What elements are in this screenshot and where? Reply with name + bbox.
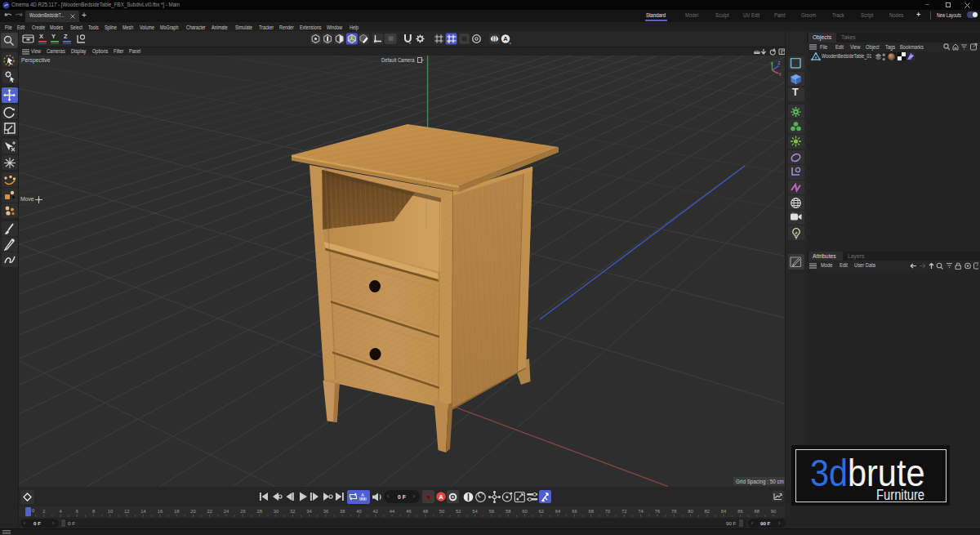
svg-text:A: A — [361, 493, 364, 497]
svg-text:70: 70 — [605, 509, 610, 514]
svg-text:12: 12 — [124, 509, 129, 514]
svg-text:88: 88 — [754, 509, 759, 514]
svg-text:60: 60 — [522, 509, 527, 514]
svg-text:80: 80 — [688, 509, 693, 514]
svg-text:62: 62 — [539, 509, 544, 514]
svg-text:A: A — [439, 493, 443, 501]
svg-text:64: 64 — [555, 509, 561, 514]
svg-text:28: 28 — [256, 509, 261, 514]
svg-text:44: 44 — [390, 509, 395, 514]
svg-text:42: 42 — [373, 509, 378, 514]
svg-text:52: 52 — [456, 509, 461, 514]
svg-text:14: 14 — [140, 509, 146, 514]
svg-text:68: 68 — [588, 509, 593, 514]
svg-text:50: 50 — [439, 509, 444, 514]
svg-text:84: 84 — [721, 509, 727, 514]
svg-text:48: 48 — [422, 509, 427, 514]
svg-text:26: 26 — [240, 509, 245, 514]
svg-text:82: 82 — [705, 509, 710, 514]
svg-text:22: 22 — [207, 509, 212, 514]
svg-text:74: 74 — [638, 509, 644, 514]
svg-text:16: 16 — [158, 509, 163, 514]
svg-text:Y: Y — [770, 61, 773, 66]
svg-text:58: 58 — [506, 509, 510, 514]
svg-text:32: 32 — [290, 509, 295, 514]
svg-text:76: 76 — [655, 509, 660, 514]
svg-text:X: X — [779, 72, 782, 77]
svg-text:86: 86 — [737, 509, 742, 514]
svg-text:34: 34 — [306, 509, 312, 514]
svg-text:10: 10 — [108, 509, 113, 514]
svg-text:38: 38 — [340, 509, 345, 514]
svg-text:72: 72 — [621, 509, 626, 514]
svg-text:56: 56 — [489, 509, 494, 514]
svg-text:90: 90 — [771, 509, 776, 514]
svg-text:66: 66 — [572, 509, 577, 514]
svg-text:20: 20 — [190, 509, 195, 514]
svg-text:40: 40 — [356, 509, 361, 514]
svg-text:2: 2 — [42, 509, 45, 514]
svg-text:8: 8 — [92, 509, 95, 514]
svg-text:4: 4 — [59, 509, 62, 514]
svg-text:18: 18 — [174, 509, 179, 514]
svg-text:Z: Z — [778, 60, 781, 65]
svg-text:6: 6 — [76, 509, 78, 514]
svg-text:54: 54 — [472, 509, 478, 514]
svg-text:46: 46 — [406, 509, 411, 514]
svg-text:A: A — [503, 35, 508, 42]
svg-text:78: 78 — [671, 509, 676, 514]
svg-text:30: 30 — [274, 509, 278, 514]
svg-text:24: 24 — [224, 509, 229, 514]
svg-text:36: 36 — [323, 509, 328, 514]
